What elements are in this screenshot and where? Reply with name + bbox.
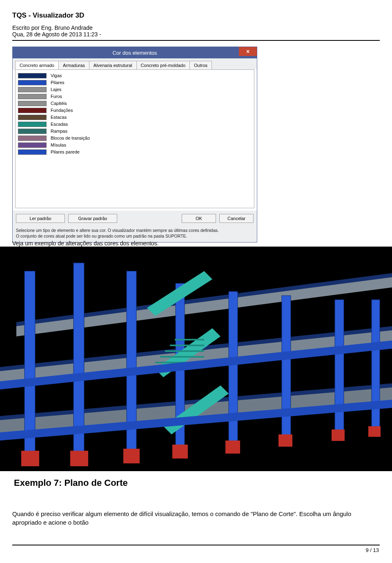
color-row[interactable]: Vigas [18,72,252,79]
color-label: Mísulas [51,142,66,147]
color-label: Fundações [51,108,73,113]
hint-line: O conjunto de cores atual pode ser lido … [16,234,254,239]
button-label: Ler padrão [29,216,51,221]
color-row[interactable]: Furos [18,93,252,100]
color-label: Rampas [51,129,67,134]
body-paragraph: Quando é preciso verificar algum element… [12,510,380,527]
tab-armaduras[interactable]: Armaduras [58,61,89,69]
color-swatch[interactable] [18,149,47,155]
color-label: Escadas [51,122,68,127]
color-swatch[interactable] [18,73,47,78]
dialog-titlebar: Cor dos elementos × [13,47,257,58]
color-label: Lajes [51,87,61,92]
svg-rect-11 [229,292,238,451]
tab-label: Armaduras [63,63,85,68]
svg-rect-14 [372,300,380,434]
color-list: Vigas Pilares Lajes Furos Capitéis Funda… [18,72,252,155]
color-row[interactable]: Escadas [18,121,252,127]
svg-rect-27 [160,356,204,358]
page-number: 9 / 13 [12,545,380,553]
doc-title: TQS - Visualizador 3D [12,11,380,20]
tab-label: Alvenaria estrutural [94,63,132,68]
color-row[interactable]: Lajes [18,86,252,93]
tab-concreto-premoldado[interactable]: Concreto pré-moldado [136,61,190,69]
button-label: OK [196,216,202,221]
color-swatch[interactable] [18,122,47,127]
svg-rect-17 [123,449,140,463]
viewer-3d-image [0,247,392,471]
color-label: Capitéis [51,101,67,106]
ler-padrao-button[interactable]: Ler padrão [16,214,65,223]
color-label: Pilares [51,80,65,85]
color-swatch[interactable] [18,129,47,134]
color-label: Estacas [51,115,67,120]
color-swatch[interactable] [18,136,47,141]
color-dialog: Cor dos elementos × Concreto armado Arma… [12,47,257,243]
color-swatch[interactable] [18,94,47,99]
color-label: Vigas [51,73,62,78]
color-label: Pilares parede [51,149,80,154]
svg-rect-15 [21,451,39,466]
svg-rect-21 [332,429,345,441]
color-row[interactable]: Estacas [18,114,252,120]
color-row[interactable]: Mísulas [18,142,252,148]
svg-rect-20 [278,434,292,447]
color-row[interactable]: Fundações [18,107,252,113]
color-swatch[interactable] [18,101,47,106]
color-swatch[interactable] [18,87,47,92]
svg-rect-13 [335,300,344,438]
color-label: Furos [51,94,62,99]
tab-panel: Vigas Pilares Lajes Furos Capitéis Funda… [15,69,254,208]
ok-button[interactable]: OK [182,214,216,223]
color-swatch[interactable] [18,80,47,85]
cancelar-button[interactable]: Cancelar [219,214,254,223]
color-label: Blocos de transição [51,136,90,140]
tab-concreto-armado[interactable]: Concreto armado [15,61,59,69]
color-swatch[interactable] [18,108,47,113]
svg-rect-16 [70,451,88,466]
svg-rect-18 [172,445,188,458]
tab-outros[interactable]: Outros [189,61,212,69]
button-label: Gravar padrão [78,216,107,221]
close-icon: × [246,48,249,55]
tab-label: Concreto armado [20,63,54,68]
svg-rect-30 [175,339,204,340]
tab-strip: Concreto armado Armaduras Alvenaria estr… [13,58,257,69]
header-divider [12,40,380,41]
color-swatch[interactable] [18,115,47,120]
color-swatch[interactable] [18,142,47,148]
color-row[interactable]: Rampas [18,128,252,134]
caption-text: Veja um exemplo de alterações das cores … [12,240,380,247]
svg-rect-12 [282,296,291,443]
close-button[interactable]: × [239,47,257,56]
color-row[interactable]: Blocos de transição [18,135,252,141]
svg-rect-22 [368,426,381,437]
svg-rect-29 [170,345,204,346]
tab-label: Concreto pré-moldado [141,63,185,68]
tab-label: Outros [194,63,207,68]
svg-rect-28 [165,350,204,352]
tab-alvenaria[interactable]: Alvenaria estrutural [89,61,137,69]
svg-rect-9 [127,271,136,459]
section-title: Exemplo 7: Plano de Corte [14,478,380,488]
dialog-button-row: Ler padrão Gravar padrão OK Cancelar [13,211,257,226]
hint-line: Selecione um tipo de elemento e altere s… [16,228,254,234]
dialog-title: Cor dos elementos [112,50,157,56]
svg-rect-19 [225,441,240,454]
gravar-padrao-button[interactable]: Gravar padrão [68,214,117,223]
doc-date: Qua, 28 de Agosto de 2013 11:23 - [12,31,380,38]
color-row[interactable]: Pilares [18,79,252,86]
color-row[interactable]: Capitéis [18,100,252,107]
color-row[interactable]: Pilares parede [18,149,252,155]
button-label: Cancelar [227,216,245,221]
doc-author: Escrito por Eng. Bruno Andrade [12,24,380,31]
